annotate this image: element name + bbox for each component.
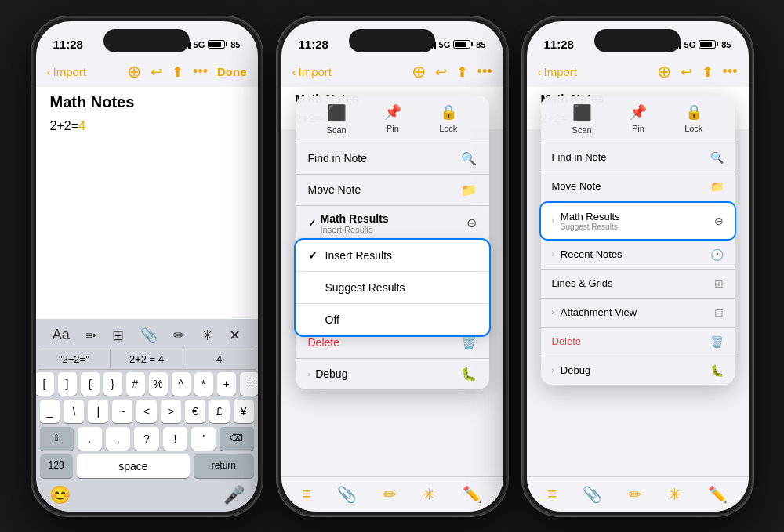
menu-debug-2[interactable]: › Debug 🐛: [296, 359, 489, 389]
done-button-1[interactable]: Done: [217, 65, 247, 78]
kb-tool-table[interactable]: ⊞: [112, 327, 124, 344]
kb-suggestion-2[interactable]: 4: [183, 349, 256, 369]
key-tilde[interactable]: ~: [112, 400, 132, 423]
side-recent-notes[interactable]: › Recent Notes 🕐: [541, 241, 735, 270]
nav-icon-more-3[interactable]: •••: [723, 63, 738, 80]
side-lock-icon: 🔒: [685, 103, 702, 121]
nav-icon-add-2[interactable]: ⊕: [412, 62, 426, 82]
key-rbrace[interactable]: }: [103, 372, 122, 396]
tb-compose-3[interactable]: ✏️: [708, 485, 728, 504]
kb-suggestion-0[interactable]: "2+2=": [38, 349, 111, 369]
side-math-results[interactable]: › Math Results Suggest Results ⊖: [539, 201, 736, 241]
key-gt[interactable]: >: [161, 400, 181, 423]
kb-tool-star[interactable]: ✳: [201, 327, 213, 344]
menu-top-pin[interactable]: 📌 Pin: [384, 103, 401, 135]
emoji-button-1[interactable]: 😊: [49, 485, 71, 505]
side-debug[interactable]: › Debug 🐛: [541, 356, 735, 385]
tb-compose-2[interactable]: ✏️: [463, 485, 482, 504]
nav-icon-add-3[interactable]: ⊕: [657, 62, 671, 82]
menu-top-lock[interactable]: 🔒 Lock: [439, 103, 457, 135]
side-pin-label: Pin: [632, 124, 644, 133]
tb-attach-3[interactable]: 📎: [583, 485, 602, 504]
menu-find-note[interactable]: Find in Note 🔍: [296, 143, 489, 175]
key-plus[interactable]: +: [217, 372, 236, 396]
key-lbracket[interactable]: [: [36, 372, 54, 396]
tb-star-2[interactable]: ✳: [423, 485, 436, 504]
tb-attach-2[interactable]: 📎: [337, 485, 357, 504]
mic-button-1[interactable]: 🎤: [223, 485, 245, 505]
submenu-insert[interactable]: ✓ Insert Results: [296, 240, 489, 272]
math-results-icon: ⊖: [466, 215, 477, 230]
key-rbracket[interactable]: ]: [58, 372, 77, 396]
tb-list-2[interactable]: ≡: [302, 485, 311, 503]
key-underscore[interactable]: _: [40, 400, 60, 423]
nav-icon-share-3[interactable]: ⬆: [702, 63, 713, 81]
phone-3: 11:28 5G 85: [522, 16, 753, 516]
key-pound[interactable]: £: [209, 400, 230, 423]
side-menu-scan[interactable]: ⬛ Scan: [572, 103, 592, 135]
nav-bar-3: ‹ Import ⊕ ↩ ⬆ •••: [527, 60, 749, 87]
kb-tool-list[interactable]: ≡•: [85, 329, 96, 342]
menu-move-note[interactable]: Move Note 📁: [296, 175, 489, 206]
key-euro[interactable]: €: [185, 400, 205, 423]
side-menu-pin[interactable]: 📌 Pin: [630, 103, 647, 135]
submenu-label-insert: Insert Results: [325, 249, 393, 262]
nav-icon-undo-3[interactable]: ↩: [681, 63, 692, 81]
nav-icon-undo-1[interactable]: ↩: [151, 63, 162, 81]
key-lbrace[interactable]: {: [81, 372, 100, 396]
key-shift[interactable]: ⇧: [40, 427, 74, 451]
kb-tool-close[interactable]: ✕: [229, 327, 241, 344]
key-backslash[interactable]: \: [64, 400, 84, 423]
menu-top-2: ⬛ Scan 📌 Pin 🔒 Lock: [296, 96, 489, 143]
submenu-suggest[interactable]: ✓ Suggest Results: [296, 272, 489, 304]
nav-icon-more-2[interactable]: •••: [477, 63, 492, 80]
back-button-2[interactable]: ‹ Import: [292, 65, 332, 78]
nav-bar-2: ‹ Import ⊕ ↩ ⬆ •••: [281, 60, 503, 87]
tb-pencil-2[interactable]: ✏: [383, 485, 397, 504]
menu-math-results[interactable]: ✓ Math Results Insert Results ⊖: [296, 206, 489, 241]
key-space[interactable]: space: [77, 454, 191, 478]
side-lines-grids[interactable]: Lines & Grids ⊞: [541, 270, 735, 299]
tb-list-3[interactable]: ≡: [547, 485, 557, 503]
key-caret[interactable]: ^: [172, 372, 191, 396]
kb-tool-format[interactable]: Aa: [53, 327, 70, 343]
key-return[interactable]: return: [194, 454, 253, 478]
nav-icon-undo-2[interactable]: ↩: [435, 63, 447, 81]
kb-tool-pencil[interactable]: ✏: [173, 327, 185, 344]
side-move-note[interactable]: Move Note 📁: [541, 172, 735, 201]
key-pipe[interactable]: |: [88, 400, 108, 423]
nav-icon-share-2[interactable]: ⬆: [456, 63, 468, 81]
key-lt[interactable]: <: [136, 400, 157, 423]
nav-icon-add-1[interactable]: ⊕: [127, 62, 141, 82]
side-find-note[interactable]: Find in Note 🔍: [541, 143, 735, 172]
key-exclaim[interactable]: !: [163, 427, 187, 451]
menu-top-scan[interactable]: ⬛ Scan: [327, 103, 347, 135]
nav-icon-share-1[interactable]: ⬆: [172, 63, 183, 81]
nav-icon-more-1[interactable]: •••: [193, 63, 208, 80]
key-delete[interactable]: ⌫: [220, 427, 253, 451]
battery-fill-3: [700, 42, 711, 47]
battery-2: [453, 40, 473, 49]
kb-tool-attach[interactable]: 📎: [140, 327, 158, 344]
key-123[interactable]: 123: [40, 454, 73, 478]
key-percent[interactable]: %: [149, 372, 168, 396]
tb-pencil-3[interactable]: ✏: [629, 485, 642, 504]
back-button-1[interactable]: ‹ Import: [47, 65, 87, 78]
side-delete[interactable]: Delete 🗑️: [541, 328, 735, 356]
recent-notes-left: › Recent Notes: [552, 248, 622, 260]
submenu-off[interactable]: ✓ Off: [296, 304, 489, 335]
key-comma[interactable]: ,: [106, 427, 130, 451]
key-asterisk[interactable]: *: [194, 372, 213, 396]
key-yen[interactable]: ¥: [234, 400, 254, 423]
back-button-3[interactable]: ‹ Import: [538, 65, 578, 78]
signal-type-1: 5G: [194, 40, 205, 49]
tb-star-3[interactable]: ✳: [668, 485, 681, 504]
side-attachment-view[interactable]: › Attachment View ⊟: [541, 299, 735, 328]
side-menu-lock[interactable]: 🔒 Lock: [684, 103, 702, 135]
key-equals[interactable]: =: [240, 372, 258, 396]
kb-suggestion-1[interactable]: 2+2 = 4: [111, 349, 183, 369]
key-period[interactable]: .: [78, 427, 102, 451]
key-apos[interactable]: ': [191, 427, 216, 451]
key-question[interactable]: ?: [134, 427, 158, 451]
key-hash[interactable]: #: [126, 372, 145, 396]
